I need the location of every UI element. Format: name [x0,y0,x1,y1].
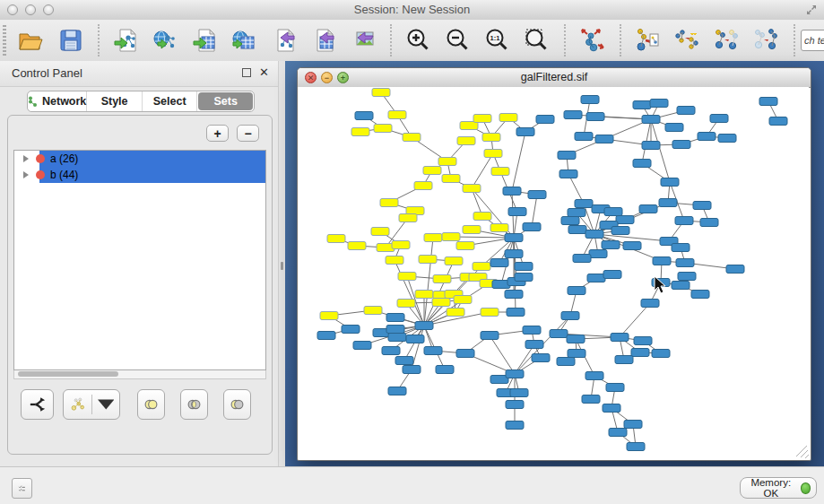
graph-node[interactable] [575,133,593,141]
graph-edge[interactable] [424,238,433,326]
graph-node[interactable] [609,429,627,437]
graph-node-selected[interactable] [398,273,416,281]
graph-node[interactable] [503,187,521,196]
graph-node[interactable] [633,160,651,168]
graph-node[interactable] [415,322,433,330]
graph-node-selected[interactable] [473,213,491,221]
graph-node[interactable] [589,250,607,258]
create-set-menu-button[interactable] [63,389,120,420]
graph-node[interactable] [528,191,546,199]
graph-node[interactable] [573,255,591,263]
graph-node-selected[interactable] [372,89,390,97]
graph-node[interactable] [639,205,657,213]
graph-node[interactable] [317,332,335,340]
graph-node-selected[interactable] [419,256,437,264]
scrollbar-thumb[interactable] [18,371,118,377]
import-network-web-button[interactable] [150,24,182,56]
toolbar-grip[interactable] [3,25,6,56]
graph-node-selected[interactable] [490,224,508,232]
graph-node[interactable] [603,404,620,413]
zoom-out-button[interactable] [442,24,474,56]
graph-node-selected[interactable] [414,182,432,190]
frame-titlebar[interactable]: ✕ − + galFiltered.sif [298,68,811,88]
graph-node[interactable] [406,335,424,343]
graph-node[interactable] [611,334,629,342]
graph-node[interactable] [677,107,695,115]
export-image-button[interactable] [347,24,379,56]
graph-node-selected[interactable] [482,134,500,142]
graph-node[interactable] [585,230,603,239]
graph-node-selected[interactable] [397,300,415,308]
graph-node[interactable] [616,216,634,224]
graph-edge[interactable] [512,132,525,191]
graph-node[interactable] [611,227,629,235]
graph-node[interactable] [567,335,585,343]
graph-node[interactable] [523,326,541,335]
set-row-b[interactable]: b (44) [14,167,265,183]
graph-node-selected[interactable] [463,226,481,234]
frame-resize-grip[interactable] [796,446,809,458]
graph-node[interactable] [678,273,696,281]
float-panel-icon[interactable] [242,68,251,77]
graph-node[interactable] [550,330,568,338]
import-table-file-button[interactable] [189,24,221,56]
graph-node[interactable] [631,349,649,357]
graph-node[interactable] [633,101,651,109]
apply-layout-button[interactable] [577,24,609,56]
tab-network[interactable]: Network [28,91,87,111]
zoom-actual-size-button[interactable]: 1:1 [481,24,514,56]
graph-node[interactable] [652,350,670,358]
graph-node[interactable] [506,401,524,409]
graph-node[interactable] [624,421,642,429]
graph-node[interactable] [661,178,679,187]
graph-edge[interactable] [472,153,493,188]
graph-node-selected[interactable] [438,158,456,166]
graph-node-selected[interactable] [320,312,338,320]
graph-node-selected[interactable] [415,291,433,299]
graph-node-selected[interactable] [442,175,460,183]
graph-node[interactable] [481,332,499,340]
hide-selected-button[interactable] [711,24,743,56]
open-session-button[interactable] [15,24,48,56]
graph-node[interactable] [653,257,671,265]
graph-node[interactable] [698,133,716,141]
add-set-button[interactable]: + [206,125,229,142]
graph-node[interactable] [403,366,421,374]
graph-node[interactable] [561,312,579,320]
graph-node[interactable] [675,217,693,225]
graph-node-selected[interactable] [447,308,464,317]
new-network-from-selection-button[interactable] [632,24,664,56]
graph-node[interactable] [642,116,660,124]
graph-node[interactable] [557,358,575,366]
graph-node[interactable] [523,223,541,231]
graph-node[interactable] [585,372,603,380]
graph-node[interactable] [395,357,413,365]
graph-node[interactable] [595,135,613,143]
graph-node[interactable] [672,141,690,149]
graph-node[interactable] [672,282,690,290]
graph-node[interactable] [510,389,528,397]
graph-node[interactable] [606,384,624,392]
graph-node[interactable] [353,342,371,350]
graph-node-selected[interactable] [386,256,403,265]
graph-node[interactable] [615,356,633,364]
set-row-a[interactable]: a (26) [14,151,265,167]
graph-node-selected[interactable] [327,235,345,243]
graph-node[interactable] [581,96,599,104]
graph-node-selected[interactable] [351,128,369,136]
zoom-selected-button[interactable] [521,24,553,56]
graph-node[interactable] [586,113,604,121]
graph-node[interactable] [718,135,736,143]
graph-node[interactable] [634,337,652,345]
expander-icon[interactable] [23,155,29,162]
difference-sets-button[interactable] [223,389,251,420]
graph-node-selected[interactable] [454,296,472,304]
graph-node-selected[interactable] [473,115,491,123]
split-sets-button[interactable] [21,389,54,420]
graph-node-selected[interactable] [445,257,463,265]
graph-node-selected[interactable] [388,111,406,119]
graph-node[interactable] [508,208,526,216]
graph-node[interactable] [506,421,524,430]
graph-node-selected[interactable] [423,167,441,175]
graph-node[interactable] [659,199,677,207]
